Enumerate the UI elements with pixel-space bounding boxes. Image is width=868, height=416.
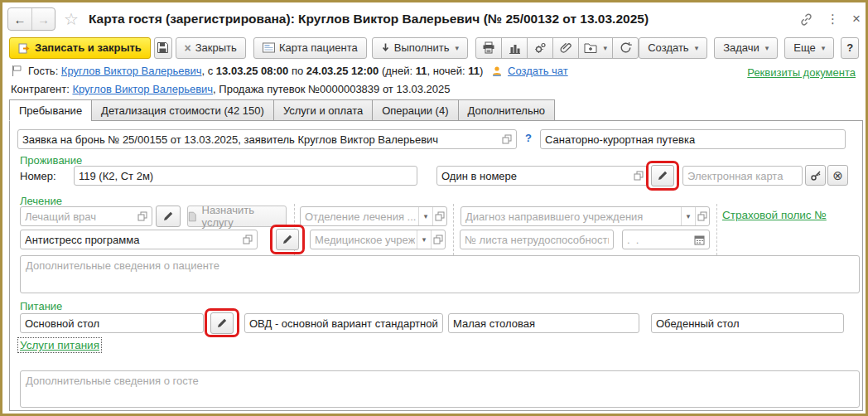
- document-icon: [188, 211, 197, 222]
- diet-input[interactable]: [21, 317, 203, 330]
- program-input[interactable]: [21, 234, 243, 246]
- guest-info-line: Гость: Круглов Виктор Валерьевич , с 13.…: [11, 65, 568, 77]
- tab-cost-details[interactable]: Детализация стоимости (42 150): [91, 99, 274, 121]
- create-button[interactable]: Создать ▾: [639, 37, 707, 59]
- related-documents-button[interactable]: [527, 37, 553, 59]
- diet-variant-field: [244, 313, 443, 333]
- add-to-folder-button[interactable]: ▾: [578, 37, 613, 59]
- more-button[interactable]: Еще ▾: [784, 37, 834, 59]
- tab-operations[interactable]: Операции (4): [372, 99, 458, 121]
- choose-icon[interactable]: [634, 171, 644, 181]
- close-window-icon[interactable]: ×: [852, 11, 861, 27]
- get-link-icon[interactable]: [799, 12, 813, 27]
- save-button[interactable]: [154, 37, 172, 59]
- back-button[interactable]: ←: [8, 8, 31, 30]
- page-title: Карта гостя (зарегистрирована): Круглов …: [89, 12, 649, 27]
- dropdown-caret-icon[interactable]: ▾: [418, 207, 432, 225]
- patient-card-button[interactable]: Карта пациента: [253, 37, 367, 59]
- dining-room-input[interactable]: [449, 317, 639, 330]
- days-label: (дней:: [379, 65, 415, 77]
- edit-doctor-button[interactable]: [156, 206, 181, 227]
- dropdown-caret-icon[interactable]: ▾: [681, 207, 695, 225]
- choose-icon[interactable]: [432, 207, 446, 225]
- booking-request-input[interactable]: [18, 133, 502, 146]
- guest-name-link[interactable]: Круглов Виктор Валерьевич: [61, 65, 202, 77]
- tab-additional[interactable]: Дополнительно: [458, 99, 556, 121]
- choose-icon[interactable]: [502, 134, 512, 144]
- close-x-icon: ×: [185, 41, 191, 55]
- patient-notes-textarea[interactable]: [20, 255, 860, 293]
- guest-card-window: ← → ☆ Карта гостя (зарегистрирована): Кр…: [0, 0, 868, 416]
- tab-services-payment[interactable]: Услуги и оплата: [273, 99, 373, 121]
- edit-occupancy-button[interactable]: [651, 165, 674, 186]
- diagnosis-combo[interactable]: Диагноз направившего учреждения ▾: [461, 206, 710, 226]
- choose-icon[interactable]: [243, 235, 253, 244]
- close-label: Закрыть: [195, 41, 237, 54]
- voucher-type-field: [540, 129, 846, 149]
- occupancy-input[interactable]: [437, 170, 634, 182]
- execute-caret-icon: ▾: [456, 44, 460, 52]
- print-button[interactable]: [475, 37, 502, 59]
- dropdown-caret-icon[interactable]: ▾: [417, 230, 431, 249]
- reports-button[interactable]: [501, 37, 528, 59]
- close-button[interactable]: × Закрыть: [176, 37, 246, 59]
- room-label: Номер:: [20, 170, 56, 182]
- department-combo[interactable]: Отделение лечения ... ▾: [300, 206, 447, 226]
- forward-button[interactable]: →: [31, 8, 55, 30]
- electronic-card-field: [682, 166, 803, 186]
- counterparty-name-link[interactable]: Круглов Виктор Валерьевич: [72, 83, 213, 95]
- assign-service-button[interactable]: Назначить услугу: [187, 206, 287, 227]
- sick-note-input[interactable]: [461, 234, 613, 246]
- history-icon: [620, 41, 632, 54]
- occupancy-field: [436, 166, 649, 186]
- room-field: [74, 166, 417, 186]
- favorite-star-icon[interactable]: ☆: [64, 9, 79, 29]
- choose-icon[interactable]: [137, 211, 147, 221]
- save-and-close-button[interactable]: Записать и закрыть: [9, 37, 151, 59]
- doctor-input[interactable]: [21, 210, 137, 223]
- sick-note-date-input[interactable]: [623, 234, 694, 246]
- tab-stay[interactable]: Пребывание: [9, 99, 92, 121]
- dining-table-field: [651, 313, 844, 333]
- diagnosis-placeholder: Диагноз направившего учреждения: [461, 210, 679, 223]
- execute-button[interactable]: Выполнить ▾: [372, 37, 468, 59]
- med-facility-placeholder: Медицинское учрежд...: [311, 234, 415, 246]
- tasks-button[interactable]: Задачи ▾: [714, 37, 778, 59]
- meal-services-link[interactable]: Услуги питания: [18, 338, 101, 352]
- folder-plus-icon: [584, 42, 597, 53]
- pencil-icon: [282, 234, 293, 245]
- folder-caret-icon: ▾: [603, 44, 607, 52]
- doctor-field: [20, 206, 152, 226]
- pencil-icon: [216, 317, 228, 329]
- calendar-icon[interactable]: [694, 235, 705, 245]
- sick-note-date-field: [622, 230, 710, 249]
- diet-variant-input[interactable]: [245, 317, 442, 330]
- window-menu-icon[interactable]: ⋮: [827, 12, 839, 27]
- history-button[interactable]: [612, 37, 639, 59]
- otimes-icon: ⊗: [832, 168, 843, 183]
- med-facility-combo[interactable]: Медицинское учрежд... ▾: [310, 230, 446, 249]
- choose-icon[interactable]: [431, 230, 445, 249]
- date-to: 24.03.25 12:00: [306, 65, 379, 77]
- help-button[interactable]: ?: [841, 37, 859, 59]
- dining-table-input[interactable]: [652, 317, 843, 330]
- insurance-policy-link[interactable]: Страховой полис №: [722, 209, 827, 221]
- attachments-button[interactable]: [552, 37, 579, 59]
- edit-program-button[interactable]: [276, 229, 299, 250]
- department-placeholder: Отделение лечения ...: [301, 210, 417, 223]
- assign-service-label: Назначить услугу: [202, 204, 286, 229]
- counterparty-doc-text: , Продажа путевок №0000003839 от 13.03.2…: [213, 83, 450, 95]
- forward-icon: →: [37, 12, 50, 27]
- electronic-card-input[interactable]: [683, 170, 802, 182]
- pencil-icon: [657, 170, 668, 181]
- booking-help-icon[interactable]: ?: [525, 132, 532, 144]
- edit-diet-button[interactable]: [210, 312, 234, 334]
- guest-notes-textarea[interactable]: [20, 370, 860, 408]
- choose-icon[interactable]: [695, 207, 709, 225]
- clear-card-button[interactable]: ⊗: [827, 165, 848, 186]
- document-requisites-link[interactable]: Реквизиты документа: [747, 66, 856, 79]
- voucher-type-input[interactable]: [541, 133, 845, 146]
- create-chat-link[interactable]: Создать чат: [508, 65, 568, 77]
- room-input[interactable]: [75, 170, 417, 182]
- encode-card-button[interactable]: [805, 165, 826, 186]
